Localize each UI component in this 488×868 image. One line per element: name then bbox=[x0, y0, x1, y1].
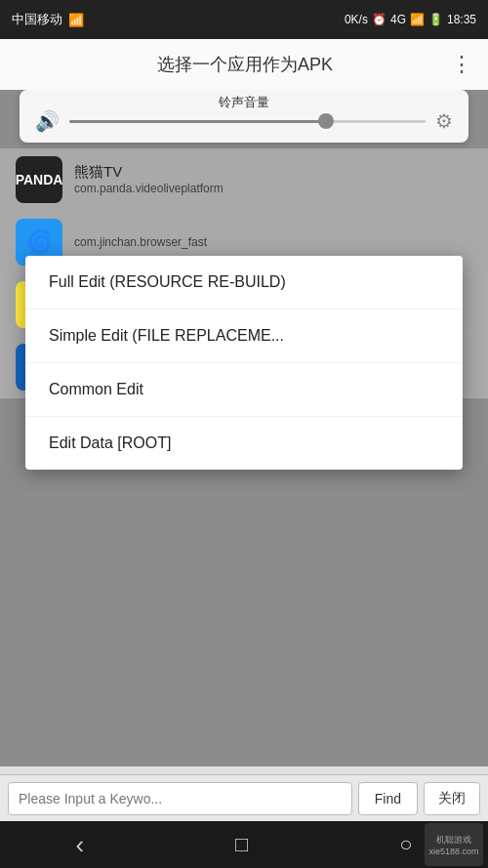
context-menu: Full Edit (RESOURCE RE-BUILD) Simple Edi… bbox=[25, 256, 463, 470]
overflow-menu-button[interactable]: ⋮ bbox=[451, 52, 472, 77]
menu-item-simple-edit[interactable]: Simple Edit (FILE REPLACEME... bbox=[25, 310, 463, 363]
recents-button[interactable]: ○ bbox=[391, 824, 420, 865]
status-right: 0K/s ⏰ 4G 📶 🔋 18:35 bbox=[345, 13, 476, 26]
alarm-icon: ⏰ bbox=[372, 13, 386, 26]
search-input[interactable] bbox=[8, 782, 352, 815]
speed-label: 0K/s bbox=[345, 13, 368, 26]
volume-slider[interactable] bbox=[69, 111, 426, 131]
close-button[interactable]: 关闭 bbox=[424, 782, 480, 815]
battery-icon: 🔋 bbox=[428, 13, 443, 26]
page-title: 选择一个应用作为APK bbox=[39, 53, 451, 76]
list-item[interactable]: PANDA 熊猫TV com.panda.videoliveplatform bbox=[0, 148, 488, 211]
search-bar: Find 关闭 bbox=[0, 774, 488, 821]
nav-bar: ‹ □ ○ 机聪游戏xie5188.com bbox=[0, 821, 488, 868]
time-label: 18:35 bbox=[447, 13, 476, 26]
volume-label: 铃声音量 bbox=[219, 94, 269, 111]
volume-fill bbox=[69, 120, 326, 123]
carrier-label: 中国移动 bbox=[12, 11, 62, 28]
menu-item-common-edit[interactable]: Common Edit bbox=[25, 363, 463, 417]
menu-item-full-edit[interactable]: Full Edit (RESOURCE RE-BUILD) bbox=[25, 256, 463, 310]
status-left: 中国移动 📶 bbox=[12, 11, 84, 28]
app-pkg: com.panda.videoliveplatform bbox=[74, 182, 224, 195]
volume-track bbox=[69, 120, 426, 123]
menu-item-edit-data[interactable]: Edit Data [ROOT] bbox=[25, 417, 463, 470]
home-button[interactable]: □ bbox=[227, 824, 256, 865]
volume-overlay: 铃声音量 🔊 ⚙ bbox=[20, 90, 468, 143]
watermark-label: 机聪游戏xie5188.com bbox=[425, 823, 483, 866]
back-button[interactable]: ‹ bbox=[67, 822, 92, 868]
signal-bars-icon: 📶 bbox=[410, 13, 425, 26]
status-bar: 中国移动 📶 0K/s ⏰ 4G 📶 🔋 18:35 bbox=[0, 0, 488, 39]
network-label: 4G bbox=[390, 13, 406, 26]
app-info: 熊猫TV com.panda.videoliveplatform bbox=[74, 163, 224, 195]
app-pkg: com.jinchan.browser_fast bbox=[74, 235, 207, 249]
app-bar: 选择一个应用作为APK ⋮ bbox=[0, 39, 488, 90]
app-icon: PANDA bbox=[16, 156, 62, 203]
find-button[interactable]: Find bbox=[358, 782, 418, 815]
signal-icon: 📶 bbox=[68, 13, 84, 27]
app-info: com.jinchan.browser_fast bbox=[74, 235, 207, 249]
volume-thumb[interactable] bbox=[318, 113, 334, 129]
app-name: 熊猫TV bbox=[74, 163, 224, 182]
volume-icon: 🔊 bbox=[35, 109, 60, 133]
watermark: 机聪游戏xie5188.com bbox=[420, 821, 488, 868]
volume-settings-icon[interactable]: ⚙ bbox=[435, 109, 453, 133]
